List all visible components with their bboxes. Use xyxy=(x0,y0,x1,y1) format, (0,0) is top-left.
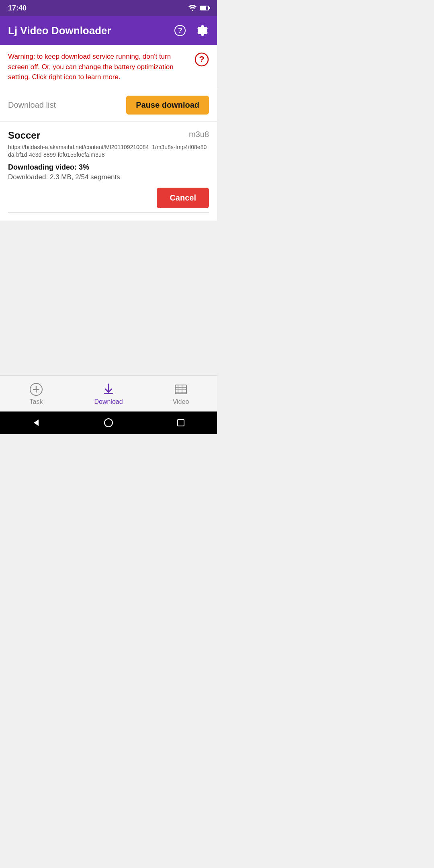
warning-banner: Warning: to keep download service runnin… xyxy=(0,45,217,89)
recents-button[interactable] xyxy=(174,416,188,430)
app-bar: Lj Video Downloader ? xyxy=(0,16,217,45)
gear-icon xyxy=(197,25,209,37)
svg-text:?: ? xyxy=(199,54,204,64)
bottom-nav: Task Download Video xyxy=(0,375,217,411)
home-button[interactable] xyxy=(101,416,116,430)
app-title: Lj Video Downloader xyxy=(8,25,174,37)
nav-item-video[interactable]: Video xyxy=(157,382,205,405)
help-circle-icon: ? xyxy=(174,25,186,37)
download-status: Downloading video: 3% xyxy=(8,163,209,172)
battery-icon xyxy=(200,6,209,10)
video-nav-icon xyxy=(174,382,188,397)
download-item-header: Soccer m3u8 xyxy=(8,130,209,141)
section-title: Download list xyxy=(8,100,56,110)
warning-text: Warning: to keep download service runnin… xyxy=(8,51,190,82)
cancel-button[interactable]: Cancel xyxy=(157,188,209,208)
back-button[interactable] xyxy=(29,416,43,430)
svg-rect-10 xyxy=(104,393,113,394)
cancel-row: Cancel xyxy=(8,188,209,208)
pause-download-button[interactable]: Pause download xyxy=(126,96,209,115)
nav-label-video: Video xyxy=(173,398,189,405)
nav-label-task: Task xyxy=(30,398,43,405)
section-header: Download list Pause download xyxy=(0,89,217,121)
download-card: Soccer m3u8 https://bitdash-a.akamaihd.n… xyxy=(0,122,217,221)
download-nav-icon xyxy=(101,382,116,397)
svg-text:?: ? xyxy=(178,27,182,35)
warning-help-icon-button[interactable]: ? xyxy=(194,52,209,67)
status-icons xyxy=(188,5,209,11)
svg-marker-17 xyxy=(34,420,39,426)
task-nav-icon xyxy=(29,382,43,397)
help-icon-button[interactable]: ? xyxy=(174,24,186,37)
status-bar: 17:40 xyxy=(0,0,217,16)
main-content xyxy=(0,221,217,375)
download-title: Soccer xyxy=(8,130,40,141)
wifi-icon xyxy=(188,5,197,11)
settings-icon-button[interactable] xyxy=(196,24,209,37)
svg-rect-19 xyxy=(178,420,184,426)
nav-item-task[interactable]: Task xyxy=(12,382,60,405)
system-nav xyxy=(0,411,217,434)
nav-item-download[interactable]: Download xyxy=(84,382,133,405)
svg-point-18 xyxy=(104,419,113,427)
download-url: https://bitdash-a.akamaihd.net/content/M… xyxy=(8,143,209,159)
app-bar-icons: ? xyxy=(174,24,209,37)
download-format: m3u8 xyxy=(189,130,209,139)
nav-label-download: Download xyxy=(94,398,123,405)
download-details: Downloaded: 2.3 MB, 2/54 segments xyxy=(8,173,209,181)
svg-point-0 xyxy=(192,10,193,11)
warning-help-circle-icon: ? xyxy=(194,52,209,67)
divider xyxy=(8,212,209,213)
status-time: 17:40 xyxy=(8,4,27,12)
